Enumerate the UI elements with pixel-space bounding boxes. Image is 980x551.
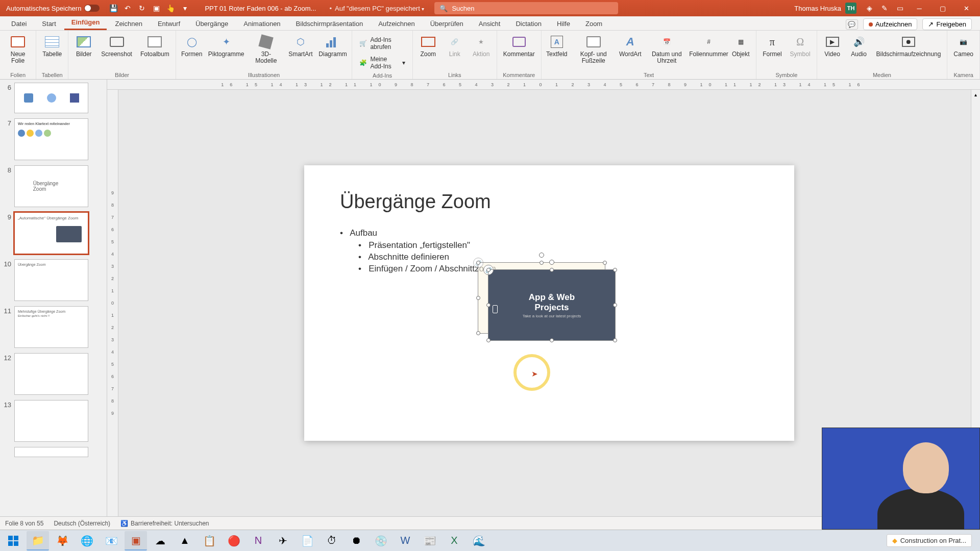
textfeld-button[interactable]: ATextfeld bbox=[545, 32, 569, 60]
save-status[interactable]: Auf "diesem PC" gespeichert ▾ bbox=[335, 5, 424, 12]
zoom-button[interactable]: Zoom bbox=[416, 32, 440, 60]
zoom-objects-selection[interactable]: 🔗 bbox=[478, 257, 621, 354]
thumbnail[interactable]: 6 bbox=[2, 83, 105, 113]
thumbnail[interactable]: 7 Wir reden Klartext miteinander bbox=[2, 118, 105, 160]
app-taskbar-icon[interactable]: 📋 bbox=[198, 531, 220, 550]
powerpoint-taskbar-icon[interactable]: ▣ bbox=[125, 531, 147, 550]
bildschirmaufzeichnung-button[interactable]: ⏺Bildschirmaufzeichnung bbox=[873, 32, 944, 60]
coming-soon-icon[interactable]: ◈ bbox=[865, 4, 874, 13]
firefox-taskbar-icon[interactable]: 🦊 bbox=[51, 531, 74, 550]
formen-button[interactable]: ◯Formen bbox=[179, 32, 205, 60]
present-icon[interactable]: ▣ bbox=[152, 4, 161, 13]
tab-hilfe[interactable]: Hilfe bbox=[550, 17, 577, 30]
excel-taskbar-icon[interactable]: X bbox=[443, 531, 465, 550]
tab-animationen[interactable]: Animationen bbox=[236, 17, 287, 30]
qat-more-icon[interactable]: ▾ bbox=[180, 4, 189, 13]
tab-bildschirmpraesentation[interactable]: Bildschirmpräsentation bbox=[289, 17, 371, 30]
undo-icon[interactable]: ↶ bbox=[123, 4, 132, 13]
start-button[interactable] bbox=[2, 531, 24, 550]
tab-ansicht[interactable]: Ansicht bbox=[472, 17, 508, 30]
foliennummer-button[interactable]: #Foliennummer bbox=[691, 32, 726, 60]
thumbnail[interactable]: 13 bbox=[2, 400, 105, 442]
thumbnail[interactable]: 11 Mehrstufige Übergänge ZoomEinfacher g… bbox=[2, 306, 105, 348]
wordart-button[interactable]: AWordArt bbox=[618, 32, 643, 60]
autosave-toggle[interactable]: Automatisches Speichern bbox=[2, 5, 104, 12]
toggle-switch[interactable] bbox=[84, 5, 100, 12]
thumbnail[interactable] bbox=[2, 447, 105, 457]
formel-button[interactable]: πFormel bbox=[760, 32, 785, 60]
chrome-taskbar-icon[interactable]: 🌐 bbox=[76, 531, 98, 550]
thumbnail[interactable]: 8 Übergänge Zoom bbox=[2, 165, 105, 207]
tab-entwurf[interactable]: Entwurf bbox=[151, 17, 187, 30]
app-taskbar-icon[interactable]: ⏱ bbox=[321, 531, 343, 550]
word-taskbar-icon[interactable]: W bbox=[394, 531, 416, 550]
app-taskbar-icon[interactable]: 💿 bbox=[370, 531, 392, 550]
thumbnail[interactable]: 12 bbox=[2, 353, 105, 395]
minimize-button[interactable]: ─ bbox=[908, 0, 931, 16]
window-icon[interactable]: ▭ bbox=[895, 4, 904, 13]
document-title[interactable]: PPT 01 Roter Faden 006 - ab Zoom... bbox=[194, 5, 326, 12]
tab-zeichnen[interactable]: Zeichnen bbox=[108, 17, 149, 30]
record-button[interactable]: Aufzeichnen bbox=[863, 18, 918, 30]
maximize-button[interactable]: ▢ bbox=[931, 0, 954, 16]
edge-taskbar-icon[interactable]: 🌊 bbox=[468, 531, 490, 550]
onenote-taskbar-icon[interactable]: N bbox=[247, 531, 270, 550]
app-taskbar-icon[interactable]: ⏺ bbox=[345, 531, 368, 550]
tab-uebergaenge[interactable]: Übergänge bbox=[188, 17, 235, 30]
app-taskbar-icon[interactable]: 🔴 bbox=[223, 531, 245, 550]
rotate-handle[interactable] bbox=[549, 260, 554, 265]
slide-counter[interactable]: Folie 8 von 55 bbox=[5, 520, 43, 527]
thumbnail[interactable]: 10 Übergänge Zoom bbox=[2, 259, 105, 301]
save-icon[interactable]: 💾 bbox=[109, 4, 118, 13]
video-button[interactable]: ▶Video bbox=[820, 32, 845, 60]
neue-folie-button[interactable]: Neue Folie bbox=[3, 32, 33, 66]
diagramm-button[interactable]: Diagramm bbox=[317, 32, 349, 60]
slide-thumbnails-panel[interactable]: 6 7 Wir reden Klartext miteinander 8 Übe… bbox=[0, 80, 107, 516]
tab-dictation[interactable]: Dictation bbox=[508, 17, 549, 30]
3d-modelle-button[interactable]: 3D- Modelle bbox=[248, 32, 284, 66]
piktogramme-button[interactable]: ✦Piktogramme bbox=[207, 32, 246, 60]
tab-einfuegen[interactable]: Einfügen bbox=[64, 16, 107, 30]
rotate-handle[interactable] bbox=[539, 253, 544, 258]
tab-aufzeichnen[interactable]: Aufzeichnen bbox=[371, 17, 422, 30]
tabelle-button[interactable]: Tabelle bbox=[39, 32, 65, 60]
addins-abrufen-button[interactable]: 🛒Add-Ins abrufen bbox=[355, 35, 409, 52]
tab-zoom[interactable]: Zoom bbox=[578, 17, 609, 30]
notification-toast[interactable]: ◆ Construction on Prat... bbox=[887, 534, 972, 547]
app-taskbar-icon[interactable]: ☁ bbox=[149, 531, 172, 550]
user-account[interactable]: Thomas Hruska TH bbox=[789, 3, 862, 14]
thumbnail-selected[interactable]: 9 „Automatische" Übergänge Zoom bbox=[2, 212, 105, 254]
pen-icon[interactable]: ✎ bbox=[880, 4, 889, 13]
touch-icon[interactable]: 👆 bbox=[166, 4, 175, 13]
comments-pane-button[interactable]: 💬 bbox=[846, 19, 858, 30]
accessibility-check[interactable]: ♿Barrierefreiheit: Untersuchen bbox=[120, 520, 209, 527]
datum-uhrzeit-button[interactable]: 📅Datum und Uhrzeit bbox=[645, 32, 689, 66]
outlook-taskbar-icon[interactable]: 📧 bbox=[100, 531, 122, 550]
tab-start[interactable]: Start bbox=[35, 17, 63, 30]
search-box[interactable]: 🔍 Suchen bbox=[434, 2, 618, 14]
fotoalbum-button[interactable]: Fotoalbum bbox=[137, 32, 173, 60]
share-button[interactable]: ↗Freigeben bbox=[922, 18, 972, 30]
tab-ueberpruefen[interactable]: Überprüfen bbox=[423, 17, 471, 30]
slide[interactable]: Übergänge Zoom • Aufbau • Präsentation „… bbox=[304, 165, 794, 441]
taskbar-notification-area[interactable]: ◆ Construction on Prat... bbox=[880, 534, 978, 547]
explorer-taskbar-icon[interactable]: 📁 bbox=[27, 531, 49, 550]
link-button[interactable]: 🔗Link bbox=[443, 32, 467, 60]
close-button[interactable]: ✕ bbox=[954, 0, 978, 16]
cameo-button[interactable]: 📷Cameo bbox=[950, 32, 976, 60]
telegram-taskbar-icon[interactable]: ✈ bbox=[272, 531, 294, 550]
scroll-up-icon[interactable]: ▴ bbox=[971, 90, 980, 99]
smartart-button[interactable]: ⬡SmartArt bbox=[286, 32, 315, 60]
meine-addins-button[interactable]: 🧩Meine Add-Ins ▾ bbox=[355, 54, 409, 71]
screenshot-button[interactable]: Screenshot bbox=[98, 32, 135, 60]
app-taskbar-icon[interactable]: 📄 bbox=[296, 531, 318, 550]
slide-title[interactable]: Übergänge Zoom bbox=[340, 191, 758, 213]
symbol-button[interactable]: ΩSymbol bbox=[787, 32, 814, 60]
kommentar-button[interactable]: Kommentar bbox=[500, 32, 538, 60]
aktion-button[interactable]: ★Aktion bbox=[469, 32, 494, 60]
kopf-fusszeile-button[interactable]: Kopf- und Fußzeile bbox=[571, 32, 616, 66]
bilder-button[interactable]: Bilder bbox=[71, 32, 96, 60]
vlc-taskbar-icon[interactable]: ▲ bbox=[174, 531, 196, 550]
tab-datei[interactable]: Datei bbox=[4, 17, 34, 30]
audio-button[interactable]: 🔊Audio bbox=[847, 32, 871, 60]
